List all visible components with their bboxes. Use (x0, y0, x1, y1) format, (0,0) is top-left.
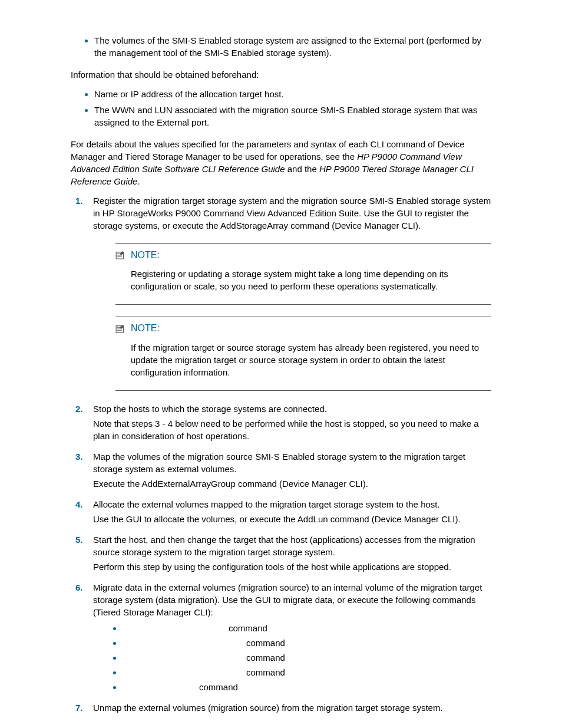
step-number: 7. (75, 701, 83, 714)
step-text: Map the volumes of the migration source … (93, 450, 491, 475)
command-item: command (123, 666, 491, 678)
command-item: command (123, 622, 491, 634)
steps-list: 1. Register the migration target storage… (71, 195, 491, 714)
step-number: 1. (75, 195, 83, 207)
info-bullet-list: Name or IP address of the allocation tar… (71, 88, 491, 129)
step-item: 5. Start the host, and then change the t… (71, 533, 491, 573)
note-label: NOTE: (131, 322, 160, 335)
step-number: 5. (75, 533, 83, 546)
command-item: command (123, 681, 491, 693)
step-item: 3. Map the volumes of the migration sour… (71, 450, 491, 490)
step-item: 1. Register the migration target storage… (71, 195, 491, 391)
step-extra: Execute the AddExternalArrayGroup comman… (93, 477, 491, 490)
step-extra: Note that steps 3 - 4 below need to be p… (93, 417, 491, 442)
note-block: NOTE: Registering or updating a storage … (115, 243, 491, 305)
step-text: Unmap the external volumes (migration so… (93, 701, 491, 714)
note-block: NOTE: If the migration target or source … (115, 317, 491, 390)
details-paragraph: For details about the values specified f… (71, 138, 491, 187)
step-number: 4. (75, 498, 83, 510)
command-item: command (123, 651, 491, 664)
step-extra: Use the GUI to allocate the volumes, or … (93, 513, 491, 525)
step-item: 7. Unmap the external volumes (migration… (71, 701, 491, 714)
note-icon (115, 325, 126, 333)
step-number: 2. (75, 403, 83, 415)
step-item: 4. Allocate the external volumes mapped … (71, 498, 491, 525)
note-body: Registering or updating a storage system… (131, 268, 491, 292)
step-text: Stop the hosts to which the storage syst… (93, 403, 491, 415)
command-list: command command command command command (93, 622, 491, 693)
step-number: 3. (75, 450, 83, 463)
step-item: 2. Stop the hosts to which the storage s… (71, 403, 491, 442)
command-item: command (123, 637, 491, 649)
step-extra: Perform this step by using the configura… (93, 561, 491, 573)
top-bullet-item: The volumes of the SMI-S Enabled storage… (94, 34, 491, 59)
step-text: Allocate the external volumes mapped to … (93, 498, 491, 510)
step-text: Migrate data in the external volumes (mi… (93, 581, 491, 618)
step-text: Register the migration target storage sy… (93, 195, 491, 232)
step-text: Start the host, and then change the targ… (93, 533, 491, 558)
step-item: 6. Migrate data in the external volumes … (71, 581, 491, 693)
top-bullet-list: The volumes of the SMI-S Enabled storage… (71, 34, 491, 59)
step-number: 6. (75, 581, 83, 594)
info-intro: Information that should be obtained befo… (71, 68, 491, 81)
info-bullet-item: The WWN and LUN associated with the migr… (94, 104, 491, 129)
note-label: NOTE: (131, 249, 160, 262)
info-bullet-item: Name or IP address of the allocation tar… (94, 88, 491, 100)
note-icon (115, 251, 126, 259)
note-body: If the migration target or source storag… (131, 341, 491, 378)
